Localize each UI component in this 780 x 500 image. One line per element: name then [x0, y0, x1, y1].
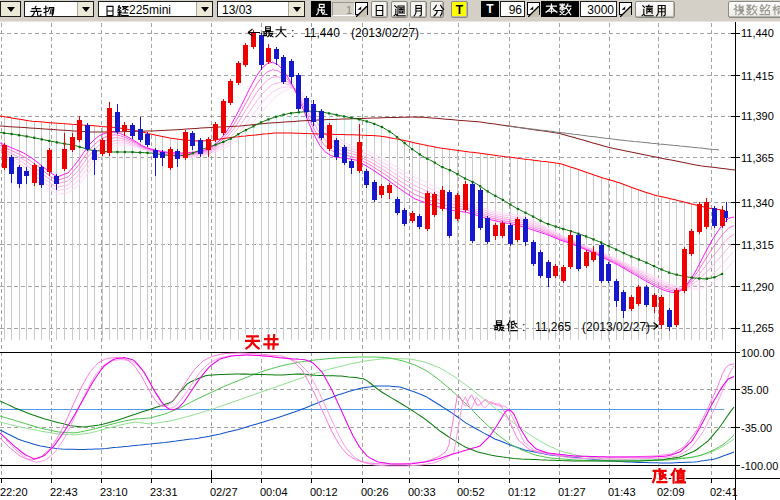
svg-text:-100.00: -100.00 — [741, 460, 778, 472]
svg-text:(2013/02/27): (2013/02/27) — [351, 26, 419, 40]
svg-text:22:43: 22:43 — [50, 486, 78, 498]
svg-text:11,415: 11,415 — [741, 70, 774, 82]
svg-text::: : — [291, 26, 294, 40]
svg-text:01:12: 01:12 — [508, 486, 536, 498]
svg-text:23:31: 23:31 — [150, 486, 178, 498]
svg-text:00:12: 00:12 — [310, 486, 338, 498]
svg-text:100.00: 100.00 — [741, 347, 775, 359]
svg-text:02:09: 02:09 — [657, 486, 685, 498]
svg-text:11,365: 11,365 — [741, 152, 774, 164]
svg-text:11,290: 11,290 — [741, 281, 774, 293]
svg-text:(2013/02/27): (2013/02/27) — [582, 320, 650, 334]
svg-text:00:04: 00:04 — [260, 486, 288, 498]
svg-text:23:10: 23:10 — [100, 486, 128, 498]
svg-text:00:26: 00:26 — [361, 486, 389, 498]
svg-text:35.00: 35.00 — [741, 384, 769, 396]
svg-text:11,340: 11,340 — [741, 197, 774, 209]
svg-text:11,315: 11,315 — [741, 239, 774, 251]
svg-text:-35.00: -35.00 — [741, 422, 772, 434]
svg-text:22:20: 22:20 — [0, 486, 28, 498]
svg-text:11,390: 11,390 — [741, 110, 774, 122]
svg-text:11,440: 11,440 — [741, 27, 774, 39]
svg-text:01:43: 01:43 — [608, 486, 636, 498]
svg-text:02:41: 02:41 — [710, 486, 738, 498]
svg-text:00:33: 00:33 — [408, 486, 436, 498]
svg-text::: : — [522, 320, 525, 334]
svg-text:02/27: 02/27 — [210, 486, 238, 498]
svg-text:01:27: 01:27 — [558, 486, 586, 498]
svg-text:11,265: 11,265 — [535, 320, 571, 334]
svg-text:11,265: 11,265 — [741, 322, 774, 334]
svg-text:11,440: 11,440 — [304, 26, 340, 40]
svg-text:00:52: 00:52 — [457, 486, 485, 498]
